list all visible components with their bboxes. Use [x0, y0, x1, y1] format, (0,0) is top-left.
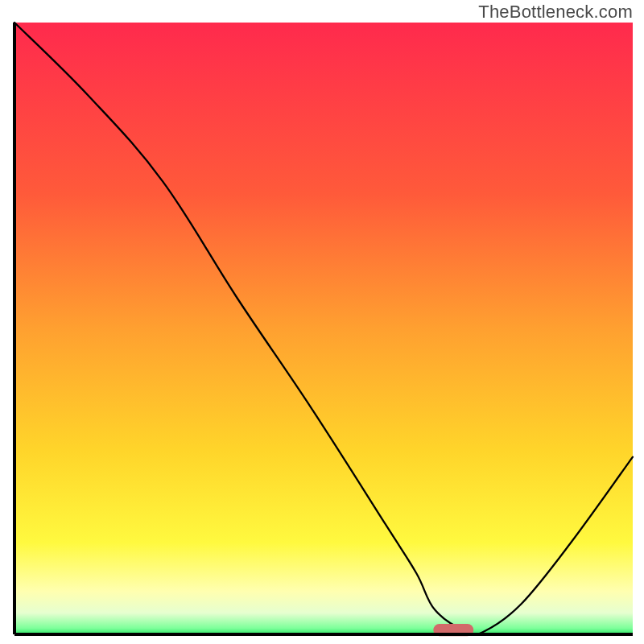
plot-background: [14, 23, 633, 634]
watermark-text: TheBottleneck.com: [478, 2, 633, 23]
chart-frame: TheBottleneck.com: [0, 0, 644, 644]
bottleneck-chart: [0, 0, 644, 644]
